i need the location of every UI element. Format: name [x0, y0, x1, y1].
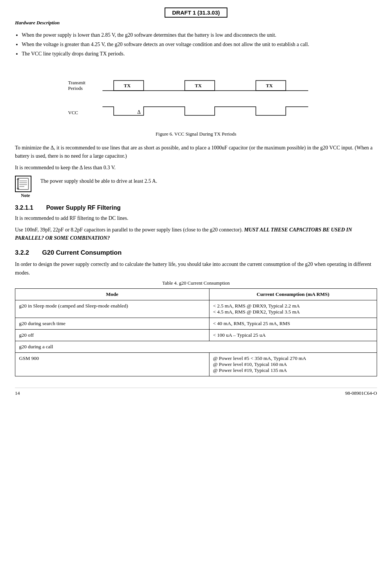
section-321-p2: Use 100nF, 39pF, 22pF or 8.2pF capacitor…: [15, 226, 377, 243]
svg-text:Δ: Δ: [137, 109, 141, 115]
figure-6: Transmit Periods TX TX TX VCC Δ Figure 6…: [15, 64, 377, 137]
figure-caption: Figure 6. VCC Signal During TX Periods: [156, 131, 236, 137]
bullet-1: When the power supply is lower than 2.85…: [22, 31, 377, 39]
section-322-p1: In order to design the power supply corr…: [15, 260, 377, 277]
section-321-heading: 3.2.1.1 Power Supply RF Filtering: [15, 204, 377, 211]
consumption-cell-2: < 100 uA – Typical 25 uA: [209, 330, 377, 341]
col-mode-header: Mode: [15, 289, 209, 300]
svg-text:VCC: VCC: [68, 110, 78, 115]
mode-cell-2: g20 off: [15, 330, 209, 341]
note-svg-icon: [16, 177, 30, 191]
table-row: g20 during search time < 40 mA, RMS, Typ…: [15, 318, 377, 330]
bullet-2: When the voltage is greater than 4.25 V,…: [22, 40, 377, 48]
note-label: Note: [21, 193, 30, 198]
note-box: Note The power supply should be able to …: [15, 176, 377, 198]
para-2: It is recommended to keep the Δ less tha…: [15, 164, 377, 172]
section-322-heading: 3.2.2 G20 Current Consumption: [15, 249, 377, 257]
col-consumption-header: Current Consumption (mA RMS): [209, 289, 377, 300]
bullet-3: The VCC line typically drops during TX p…: [22, 50, 377, 58]
table-row: g20 during a call: [15, 341, 377, 353]
note-icon-area: Note: [15, 176, 36, 198]
section-321-bold: MUST ALL THESE CAPACITORS BE USED IN PAR…: [15, 227, 352, 241]
hw-description-label: Hardware Description: [15, 20, 377, 26]
figure-diagram: Transmit Periods TX TX TX VCC Δ: [65, 64, 327, 127]
para-1: To minimize the Δ, it is recommended to …: [15, 144, 377, 161]
svg-text:TX: TX: [195, 83, 202, 88]
svg-rect-11: [18, 178, 28, 190]
svg-text:Transmit: Transmit: [68, 80, 86, 85]
draft-label: DRAFT 1 (31.3.03): [165, 7, 227, 18]
draft-header: DRAFT 1 (31.3.03): [15, 7, 377, 18]
section-322-number: 3.2.2: [15, 249, 29, 256]
doc-number: 98-08901C64-O: [345, 390, 377, 396]
mode-cell-3: g20 during a call: [15, 341, 377, 353]
consumption-cell-0: < 2.5 mA, RMS @ DRX9, Typical 2.2 mA< 4.…: [209, 300, 377, 318]
mode-cell-1: g20 during search time: [15, 318, 209, 330]
page-number: 14: [15, 390, 20, 396]
consumption-table: Mode Current Consumption (mA RMS) g20 in…: [15, 288, 377, 376]
table-row: GSM 900 @ Power level #5 < 350 mA, Typic…: [15, 353, 377, 376]
table-4-title: Table 4. g20 Current Consumption: [15, 280, 377, 286]
note-icon: [15, 176, 31, 192]
svg-text:TX: TX: [124, 83, 131, 88]
mode-cell-4: GSM 900: [15, 353, 209, 376]
footer: 14 98-08901C64-O: [15, 388, 377, 396]
svg-text:Periods: Periods: [68, 85, 83, 91]
intro-bullet-list: When the power supply is lower than 2.85…: [22, 31, 377, 58]
consumption-cell-4: @ Power level #5 < 350 mA, Typical 270 m…: [209, 353, 377, 376]
consumption-cell-1: < 40 mA, RMS, Typical 25 mA, RMS: [209, 318, 377, 330]
section-321-number: 3.2.1.1: [15, 204, 33, 211]
section-321-title: Power Supply RF Filtering: [46, 204, 120, 211]
mode-cell-0: g20 in Sleep mode (camped and Sleep-mode…: [15, 300, 209, 318]
table-row: g20 off < 100 uA – Typical 25 uA: [15, 330, 377, 341]
section-322-title: G20 Current Consumption: [42, 249, 122, 256]
note-content: The power supply should be able to drive…: [40, 176, 157, 185]
table-row: g20 in Sleep mode (camped and Sleep-mode…: [15, 300, 377, 318]
svg-text:TX: TX: [266, 83, 273, 88]
section-321-p1: It is recommended to add RF filtering to…: [15, 214, 377, 222]
table-header-row: Mode Current Consumption (mA RMS): [15, 289, 377, 300]
